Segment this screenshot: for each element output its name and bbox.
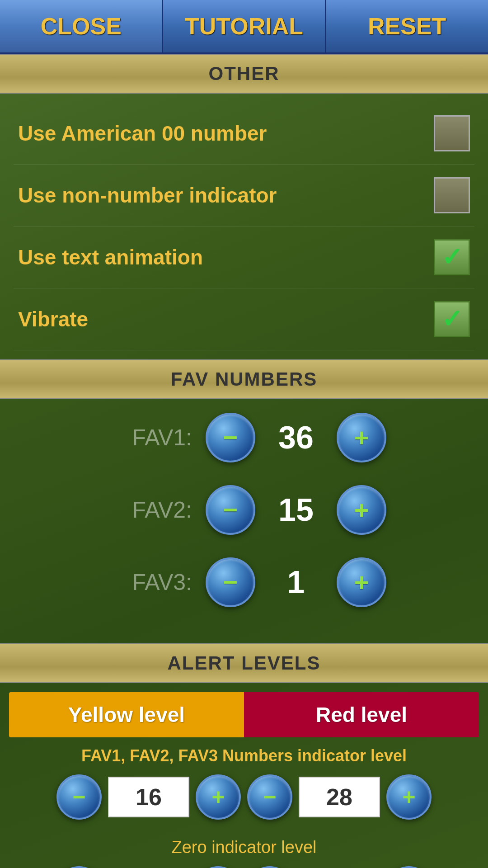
vibrate-checkbox[interactable]: ✓ [434,301,470,337]
zero-yellow-minus-button[interactable]: − [56,866,102,868]
other-section-header: OTHER [0,54,488,94]
zero-alert-controls: − 16 + − 28 + [9,866,479,868]
zero-red-plus-button[interactable]: + [386,866,432,868]
fav2-value: 15 [269,492,323,528]
plus-icon-3: + [354,570,369,595]
american-setting-row: Use American 00 number [14,103,474,165]
alert-area: Yellow level Red level FAV1, FAV2, FAV3 … [0,683,488,868]
fav3-row: FAV3: − 1 + [14,557,474,607]
plus-icon-2: + [354,497,369,523]
checkmark-icon: ✓ [441,245,463,270]
american-checkbox[interactable] [434,115,470,151]
text-animation-label: Use text animation [18,245,434,269]
fav-numbers-section-header: FAV NUMBERS [0,359,488,399]
fav-indicator-label: FAV1, FAV2, FAV3 Numbers indicator level [9,746,479,765]
zero-yellow-plus-button[interactable]: + [196,866,241,868]
minus-icon: − [223,425,238,450]
fav-yellow-input[interactable]: 16 [108,777,189,817]
fav1-plus-button[interactable]: + [337,413,386,462]
close-button[interactable]: CLOSE [0,0,163,52]
fav-alert-controls: − 16 + − 28 + [9,774,479,820]
text-animation-checkbox[interactable]: ✓ [434,239,470,275]
zero-red-minus-button[interactable]: − [247,866,292,868]
tutorial-button[interactable]: TUTORIAL [163,0,326,52]
fav3-minus-button[interactable]: − [206,557,255,607]
fav1-row: FAV1: − 36 + [14,413,474,462]
minus-icon-4: − [72,786,85,808]
fav3-label: FAV3: [102,569,192,595]
fav1-minus-button[interactable]: − [206,413,255,462]
fav-numbers-area: FAV1: − 36 + FAV2: − 15 + FAV3: − 1 + [0,399,488,643]
red-level-bar: Red level [244,692,479,737]
fav-yellow-minus-button[interactable]: − [56,774,102,820]
fav3-value: 1 [269,564,323,600]
text-animation-setting-row: Use text animation ✓ [14,226,474,288]
yellow-level-bar: Yellow level [9,692,244,737]
fav2-plus-button[interactable]: + [337,485,386,535]
fav2-label: FAV2: [102,497,192,523]
checkmark-icon-vibrate: ✓ [441,307,463,332]
non-number-checkbox[interactable] [434,177,470,213]
non-number-label: Use non-number indicator [18,183,434,208]
fav-red-plus-button[interactable]: + [386,774,432,820]
vibrate-label: Vibrate [18,307,434,331]
fav2-row: FAV2: − 15 + [14,485,474,535]
zero-indicator-label: Zero indicator level [9,838,479,857]
non-number-setting-row: Use non-number indicator [14,165,474,226]
vibrate-setting-row: Vibrate ✓ [14,288,474,350]
plus-icon-4: + [211,786,225,808]
fav1-value: 36 [269,420,323,456]
reset-button[interactable]: RESET [326,0,488,52]
settings-area: Use American 00 number Use non-number in… [0,94,488,359]
american-label: Use American 00 number [18,121,434,146]
fav1-label: FAV1: [102,425,192,451]
plus-icon: + [354,425,369,450]
fav-red-minus-button[interactable]: − [247,774,292,820]
minus-icon-5: − [263,786,276,808]
minus-icon-2: − [223,497,238,523]
plus-icon-5: + [402,786,415,808]
fav-red-input[interactable]: 28 [299,777,380,817]
fav2-minus-button[interactable]: − [206,485,255,535]
top-bar: CLOSE TUTORIAL RESET [0,0,488,54]
alert-levels-bar: Yellow level Red level [9,692,479,737]
fav-yellow-plus-button[interactable]: + [196,774,241,820]
alert-levels-section-header: ALERT LEVELS [0,643,488,683]
fav3-plus-button[interactable]: + [337,557,386,607]
minus-icon-3: − [223,570,238,595]
